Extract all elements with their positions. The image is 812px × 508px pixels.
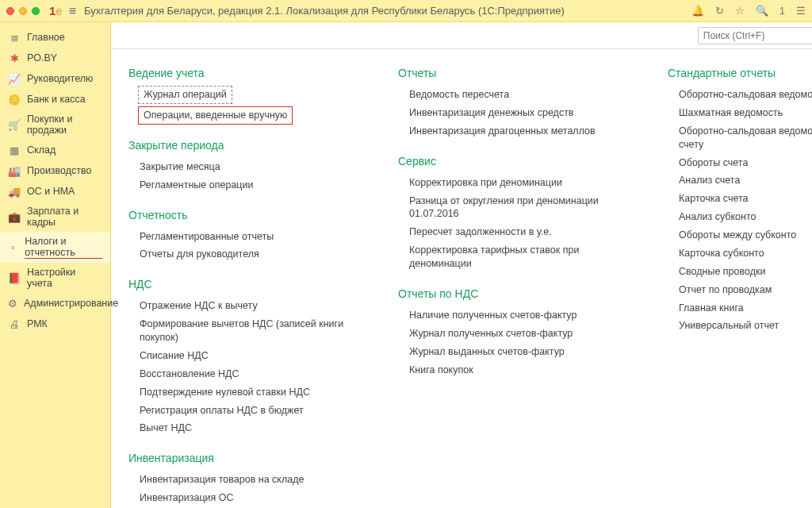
sidebar-item-production[interactable]: 🏭Производство [0,160,110,181]
sidebar-item-rmk[interactable]: 🖨РМК [0,314,110,334]
link-item[interactable]: Подтверждение нулевой ставки НДС [128,383,350,402]
section-service: Сервис [398,155,620,167]
link-item[interactable]: Инвентаризация товаров на складе [128,471,350,489]
link-item[interactable]: Регламентированные отчеты [128,228,350,246]
link-item[interactable]: Формирование вычетов НДС (записей книги … [128,315,350,347]
section-otchety: Отчеты [398,67,620,79]
link-item[interactable]: Списание НДС [128,347,350,365]
section-vedenie: Ведение учета [128,67,350,79]
book-icon: 📕 [8,271,21,284]
cart-icon: 🛒 [8,118,21,131]
link-item[interactable]: Карточка счета [668,190,812,208]
sidebar-item-os-nma[interactable]: 🚚ОС и НМА [0,181,110,202]
link-item[interactable]: Оборотно-сальдовая ведомость [668,86,812,104]
section-nds: НДС [128,278,350,291]
link-item[interactable]: Отчеты для руководителя [128,245,350,264]
maximize-window-icon[interactable] [32,7,40,15]
boxes-icon: ▦ [8,144,21,156]
sidebar: ≣Главное ✱PO.BY 📈Руководителю 🪙Банк и ка… [0,22,111,508]
section-nds-reports: Отчеты по НДС [398,287,620,300]
sidebar-item-settings[interactable]: 📕Настройки учета [0,263,110,293]
menu-icon[interactable]: ≡ [69,4,76,18]
link-item[interactable]: Обороты между субконто [668,226,812,244]
notification-count: 1 [779,5,785,17]
sidebar-item-manager[interactable]: 📈Руководителю [0,68,110,89]
sidebar-item-poby[interactable]: ✱PO.BY [0,48,110,68]
link-item[interactable]: Вычет НДС [128,419,350,437]
sidebar-item-warehouse[interactable]: ▦Склад [0,140,110,160]
link-item[interactable]: Регистрация оплаты НДС в бюджет [128,402,350,420]
link-item[interactable]: Анализ субконто [668,208,812,226]
section-std-reports: Стандартные отчеты [668,67,812,79]
factory-icon: 🏭 [8,164,21,177]
link-item[interactable]: Наличие полученных счетов-фактур [398,306,620,325]
search-input[interactable] [698,27,812,44]
briefcase-icon: 💼 [8,210,21,223]
link-item[interactable]: Анализ счета [668,171,812,190]
link-item[interactable]: Восстановление НДС [128,365,350,383]
link-journal[interactable]: Журнал операций [138,86,232,104]
link-item[interactable]: Журнал выданных счетов-фактур [398,343,620,361]
link-item[interactable]: Корректировка тарифных ставок при деноми… [398,241,620,273]
section-otchetnost: Отчетность [128,209,350,221]
link-item[interactable]: Инвентаризация ОС [128,489,350,507]
link-item[interactable]: Пересчет задолженности в у.е. [398,223,620,241]
link-item[interactable]: Ведомость пересчета [398,86,620,104]
link-item[interactable]: Универсальный отчет [668,317,812,335]
chart-icon: 📈 [8,72,21,85]
link-item[interactable]: Корректировка при деноминации [398,174,620,192]
link-item[interactable]: Обороты счета [668,154,812,172]
link-item[interactable]: Оборотно-сальдовая ведомость по счету [668,122,812,154]
link-item[interactable]: Шахматная ведомость [668,104,812,122]
link-item[interactable]: Регламентные операции [128,176,350,194]
sidebar-item-sales[interactable]: 🛒Покупки и продажи [0,110,110,140]
history-icon[interactable]: ↻ [715,5,724,17]
link-item[interactable]: Закрытие месяца [128,158,350,176]
minimize-window-icon[interactable] [19,7,27,15]
sidebar-item-taxes[interactable]: ▫Налоги и отчетность [0,232,110,263]
sidebar-item-payroll[interactable]: 💼Зарплата и кадры [0,202,110,232]
link-item[interactable]: Разница от округления при деноминации 01… [398,192,620,224]
search-icon[interactable]: 🔍 [756,5,768,17]
link-item[interactable]: Карточка субконто [668,244,812,263]
link-item[interactable]: Отражение НДС к вычету [128,297,350,315]
titlebar: 1e ≡ Бухгалтерия для Беларуси, редакция … [0,0,812,22]
pos-icon: 🖨 [8,318,21,330]
link-item[interactable]: Книга покупок [398,361,620,379]
close-window-icon[interactable] [6,7,14,15]
sidebar-item-admin[interactable]: ⚙Администрирование [0,293,110,314]
link-item[interactable]: Инвентаризация драгоценных металлов [398,122,620,140]
asterisk-icon: ✱ [8,52,21,64]
star-icon[interactable]: ☆ [735,5,745,17]
coin-icon: 🪙 [8,93,21,106]
doc-icon: ▫ [8,241,18,254]
link-item[interactable]: Главная книга [668,299,812,318]
link-item[interactable]: Отчет по проводкам [668,281,812,299]
section-zakrytie: Закрытие периода [128,139,350,152]
window-controls [6,7,40,15]
sidebar-item-bank[interactable]: 🪙Банк и касса [0,89,110,110]
titlebar-right-icons: 🔔 ↻ ☆ 🔍 1 ☰ [691,5,806,17]
section-inv: Инвентаризация [128,452,350,464]
gear-icon: ⚙ [8,297,17,310]
link-item[interactable]: Сводные проводки [668,263,812,281]
logo-1c: 1e [49,4,63,17]
settings-icon[interactable]: ☰ [796,5,806,17]
link-item[interactable]: Журнал полученных счетов-фактур [398,325,620,343]
bell-icon[interactable]: 🔔 [691,5,704,17]
sidebar-item-main[interactable]: ≣Главное [0,27,110,48]
list-icon: ≣ [8,31,21,44]
window-title: Бухгалтерия для Беларуси, редакция 2.1. … [84,5,565,17]
truck-icon: 🚚 [8,185,21,198]
link-item[interactable]: Инвентаризация денежных средств [398,104,620,122]
link-manual-operations[interactable]: Операции, введенные вручную [138,106,293,125]
content-area: Ведение учета Журнал операций Операции, … [111,49,812,508]
content-toolbar: × ⚙ × [111,22,812,49]
